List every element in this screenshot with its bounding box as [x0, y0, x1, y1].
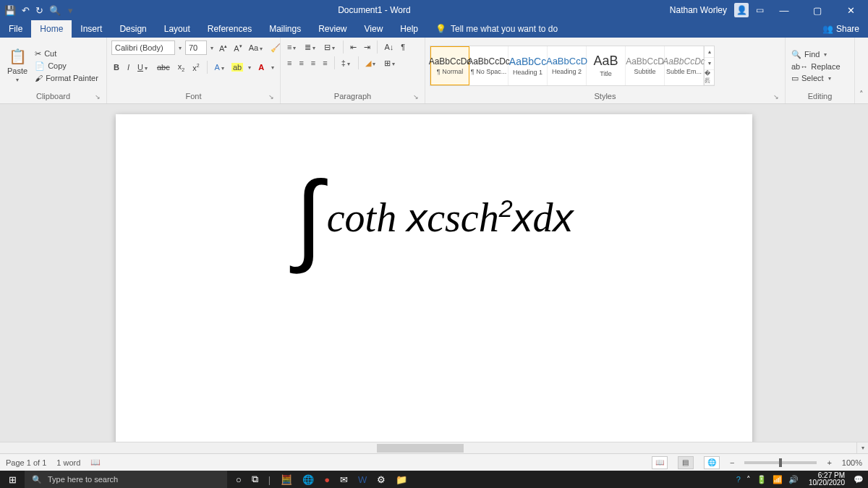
align-center-button[interactable]: ≡ — [297, 57, 305, 69]
multilevel-list-button[interactable]: ⊟▾ — [322, 41, 339, 53]
gallery-down-icon[interactable]: ▾ — [705, 58, 714, 70]
taskbar-app-chrome[interactable]: ● — [324, 474, 330, 485]
bold-button[interactable]: B — [111, 61, 122, 73]
taskbar-app-mail[interactable]: ✉ — [340, 474, 348, 485]
zoom-level[interactable]: 100% — [842, 458, 862, 467]
style-no-spacing[interactable]: AaBbCcDc¶ No Spac... — [469, 46, 509, 85]
taskbar-app-settings[interactable]: ⚙ — [377, 474, 386, 485]
taskbar-app-explorer[interactable]: 📁 — [396, 474, 407, 485]
zoom-in-button[interactable]: + — [827, 458, 831, 467]
gallery-up-icon[interactable]: ▴ — [705, 46, 714, 59]
gallery-more-icon[interactable]: �镸 — [705, 70, 714, 85]
font-name-combo[interactable]: Calibri (Body) — [111, 40, 175, 55]
select-button[interactable]: ▭Select▾ — [790, 73, 842, 84]
font-launcher-icon[interactable]: ↘ — [268, 93, 274, 100]
borders-button[interactable]: ⊞▾ — [382, 57, 399, 69]
cut-button[interactable]: ✂Cut — [33, 48, 100, 59]
style-subtitle[interactable]: AaBbCcDSubtitle — [626, 46, 665, 85]
font-size-combo[interactable]: 70 — [185, 40, 207, 55]
help-icon[interactable]: ? — [736, 475, 741, 484]
user-name[interactable]: Nathan Worley — [670, 5, 727, 15]
format-painter-button[interactable]: 🖌Format Painter — [33, 73, 100, 83]
equation[interactable]: ∫coth xcsch2xdx — [116, 187, 752, 257]
font-color-button[interactable]: A — [256, 61, 266, 73]
ribbon-display-icon[interactable]: ▭ — [756, 5, 764, 15]
sort-button[interactable]: A↓ — [382, 41, 396, 53]
increase-indent-button[interactable]: ⇥ — [362, 41, 373, 53]
grow-font-button[interactable]: A▴ — [217, 42, 229, 54]
select-dropdown-icon[interactable]: ▾ — [827, 75, 833, 82]
tell-me-search[interactable]: 💡 Tell me what you want to do — [427, 20, 566, 38]
paste-button[interactable]: 📋 Paste ▾ — [4, 48, 30, 83]
taskbar-clock[interactable]: 6:27 PM 10/20/2020 — [804, 472, 849, 487]
styles-launcher-icon[interactable]: ↘ — [773, 93, 779, 100]
zoom-slider[interactable] — [744, 461, 817, 464]
tab-layout[interactable]: Layout — [156, 20, 199, 38]
shading-button[interactable]: ◢▾ — [363, 57, 379, 69]
align-right-button[interactable]: ≡ — [309, 57, 318, 69]
volume-icon[interactable]: 🔊 — [788, 475, 799, 484]
paste-dropdown-icon[interactable]: ▾ — [14, 77, 20, 83]
taskbar-app-word[interactable]: W — [358, 474, 367, 485]
redo-icon[interactable]: ↻ — [35, 5, 43, 16]
tab-file[interactable]: File — [0, 20, 31, 38]
find-button[interactable]: 🔍Find▾ — [790, 49, 842, 60]
tab-references[interactable]: References — [199, 20, 260, 38]
close-button[interactable]: ✕ — [838, 5, 864, 16]
decrease-indent-button[interactable]: ⇤ — [348, 41, 359, 53]
superscript-button[interactable]: x2 — [190, 61, 201, 74]
print-preview-icon[interactable]: 🔍 — [49, 5, 61, 16]
taskbar-app-edge[interactable]: 🌐 — [302, 474, 314, 485]
style-subtle-emphasis[interactable]: AaBbCcDcSubtle Em... — [665, 46, 704, 85]
tab-home[interactable]: Home — [31, 20, 72, 38]
user-avatar-icon[interactable]: 👤 — [734, 3, 749, 17]
cortana-icon[interactable]: ○ — [236, 474, 242, 485]
tab-design[interactable]: Design — [111, 20, 155, 38]
align-left-button[interactable]: ≡ — [285, 57, 294, 69]
tray-chevron-icon[interactable]: ˄ — [746, 475, 751, 484]
proofing-icon[interactable]: 📖 — [90, 458, 101, 467]
print-layout-button[interactable]: ▤ — [678, 456, 694, 469]
subscript-button[interactable]: x2 — [176, 61, 187, 74]
maximize-button[interactable]: ▢ — [804, 5, 830, 16]
web-layout-button[interactable]: 🌐 — [704, 456, 720, 469]
line-spacing-button[interactable]: ‡▾ — [339, 57, 354, 69]
shrink-font-button[interactable]: A▾ — [231, 42, 244, 54]
task-view-icon[interactable]: ⧉ — [252, 474, 258, 485]
battery-icon[interactable]: 🔋 — [757, 475, 767, 484]
start-button[interactable]: ⊞ — [0, 474, 25, 485]
justify-button[interactable]: ≡ — [320, 57, 329, 69]
copy-button[interactable]: 📄Copy — [33, 61, 100, 72]
tab-help[interactable]: Help — [391, 20, 427, 38]
show-marks-button[interactable]: ¶ — [399, 41, 407, 53]
horizontal-scrollbar[interactable] — [0, 442, 856, 453]
wifi-icon[interactable]: 📶 — [773, 475, 783, 484]
minimize-button[interactable]: — — [771, 5, 797, 16]
undo-icon[interactable]: ↶ — [22, 5, 30, 16]
change-case-button[interactable]: Aa▾ — [247, 42, 266, 53]
font-size-dropdown-icon[interactable]: ▾ — [209, 45, 215, 51]
replace-button[interactable]: ab↔Replace — [790, 61, 842, 72]
tab-view[interactable]: View — [356, 20, 392, 38]
font-color-dropdown-icon[interactable]: ▾ — [270, 64, 276, 71]
style-normal[interactable]: AaBbCcDc¶ Normal — [430, 46, 469, 85]
paragraph-launcher-icon[interactable]: ↘ — [413, 93, 419, 100]
scroll-corner[interactable]: ▾ — [856, 442, 868, 453]
collapse-ribbon-icon[interactable]: ˄ — [859, 90, 864, 99]
notifications-icon[interactable]: 💬 — [849, 475, 868, 484]
font-name-dropdown-icon[interactable]: ▾ — [177, 45, 183, 51]
italic-button[interactable]: I — [125, 61, 132, 73]
style-title[interactable]: AaBTitle — [587, 46, 626, 85]
numbering-button[interactable]: ≣▾ — [302, 41, 319, 53]
zoom-slider-thumb[interactable] — [779, 458, 782, 467]
zoom-out-button[interactable]: − — [730, 458, 734, 467]
page-indicator[interactable]: Page 1 of 1 — [6, 458, 46, 467]
scrollbar-thumb[interactable] — [377, 444, 464, 453]
qat-more-icon[interactable]: ▾ — [67, 5, 75, 16]
bullets-button[interactable]: ≡▾ — [285, 41, 299, 53]
style-heading-1[interactable]: AaBbCcHeading 1 — [509, 46, 548, 85]
highlight-button[interactable]: ab — [231, 63, 243, 72]
page[interactable]: ∫coth xcsch2xdx — [116, 114, 752, 453]
clipboard-launcher-icon[interactable]: ↘ — [95, 93, 101, 100]
highlight-dropdown-icon[interactable]: ▾ — [247, 64, 252, 71]
